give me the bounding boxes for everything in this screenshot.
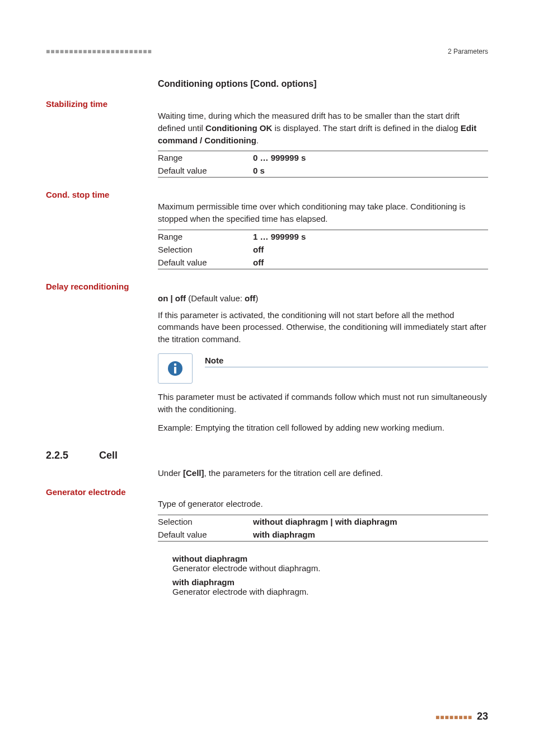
row-key: Default value <box>158 530 253 539</box>
text-bold: Conditioning OK <box>205 123 272 133</box>
table-row: Default value with diaphragm <box>158 528 488 541</box>
row-value: 0 … 999999 s <box>253 153 306 162</box>
text: , the parameters for the titration cell … <box>204 468 383 478</box>
section-number: 2.2.5 <box>46 450 99 461</box>
cond-options-heading: Conditioning options [Cond. options] <box>158 79 488 89</box>
definition-desc: Generator electrode with diaphragm. <box>172 587 488 596</box>
row-key: Selection <box>158 517 253 526</box>
cond-stop-time-desc: Maximum permissible time over which cond… <box>158 200 488 225</box>
cell-intro: Under [Cell], the parameters for the tit… <box>158 467 488 479</box>
page-footer: ■■■■■■■■ 23 <box>435 711 488 722</box>
text: (Default value: <box>186 293 245 303</box>
row-key: Default value <box>158 166 253 175</box>
note-paragraph: Example: Emptying the titration cell fol… <box>158 422 488 434</box>
table-row: Selection off <box>158 243 488 256</box>
delay-reconditioning-choice: on | off (Default value: off) <box>158 292 488 305</box>
definition-term: with diaphragm <box>172 577 488 587</box>
table-row: Selection without diaphragm | with diaph… <box>158 515 488 528</box>
header-decoration: ■■■■■■■■■■■■■■■■■■■■■■■ <box>46 48 152 55</box>
generator-electrode-desc: Type of generator electrode. <box>158 498 488 510</box>
row-value: 1 … 999999 s <box>253 232 306 241</box>
page-header: ■■■■■■■■■■■■■■■■■■■■■■■ 2 Parameters <box>46 48 488 55</box>
table-row: Range 1 … 999999 s <box>158 230 488 243</box>
section-heading: 2.2.5 Cell <box>46 450 488 461</box>
section-title: Cell <box>99 450 118 461</box>
cond-stop-time-table: Range 1 … 999999 s Selection off Default… <box>158 230 488 269</box>
text-bold: [Cell] <box>183 468 204 478</box>
delay-reconditioning-desc: If this parameter is activated, the cond… <box>158 309 488 346</box>
row-key: Range <box>158 232 253 241</box>
definition-list: without diaphragm Generator electrode wi… <box>172 554 488 596</box>
text-bold: on | off <box>158 293 186 303</box>
table-row: Default value 0 s <box>158 164 488 177</box>
text-bold: off <box>245 293 255 303</box>
note-body: This parameter must be activated if comm… <box>158 391 488 434</box>
header-section-label: 2 Parameters <box>448 48 488 55</box>
row-key: Default value <box>158 258 253 267</box>
table-row: Range 0 … 999999 s <box>158 151 488 164</box>
row-key: Range <box>158 153 253 162</box>
row-value: with diaphragm <box>253 530 315 539</box>
svg-rect-2 <box>174 367 176 374</box>
row-value: off <box>253 258 264 267</box>
cond-stop-time-label: Cond. stop time <box>46 190 488 199</box>
footer-decoration: ■■■■■■■■ <box>435 713 472 721</box>
row-value: without diaphragm | with diaphragm <box>253 517 397 526</box>
row-value: off <box>253 245 264 254</box>
generator-electrode-label: Generator electrode <box>46 487 488 497</box>
note-box: Note This parameter must be activated if… <box>158 353 488 434</box>
generator-electrode-table: Selection without diaphragm | with diaph… <box>158 515 488 542</box>
definition-desc: Generator electrode without diaphragm. <box>172 563 488 573</box>
delay-reconditioning-label: Delay reconditioning <box>46 282 488 291</box>
text: is displayed. The start drift is defined… <box>272 123 461 133</box>
row-value: 0 s <box>253 166 265 175</box>
table-row: Default value off <box>158 256 488 269</box>
note-title: Note <box>205 356 223 365</box>
page-number: 23 <box>477 711 488 722</box>
svg-rect-1 <box>174 363 176 366</box>
row-key: Selection <box>158 245 253 254</box>
stabilizing-time-table: Range 0 … 999999 s Default value 0 s <box>158 151 488 178</box>
definition-term: without diaphragm <box>172 554 488 563</box>
text: ) <box>255 293 258 303</box>
stabilizing-time-desc: Waiting time, during which the measured … <box>158 110 488 146</box>
stabilizing-time-label: Stabilizing time <box>46 99 488 109</box>
note-paragraph: This parameter must be activated if comm… <box>158 391 488 416</box>
info-icon <box>158 353 193 384</box>
text: Under <box>158 468 183 478</box>
text: . <box>256 136 259 145</box>
